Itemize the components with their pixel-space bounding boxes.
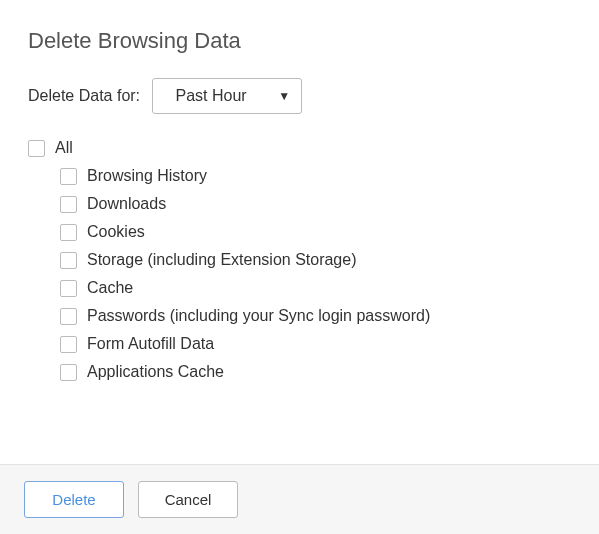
- checkbox-downloads[interactable]: [60, 196, 77, 213]
- check-item-applications-cache: Applications Cache: [28, 358, 571, 386]
- check-label: Applications Cache: [87, 363, 224, 381]
- time-range-select-wrap: Past Hour ▼: [152, 78, 302, 114]
- delete-button[interactable]: Delete: [24, 481, 124, 518]
- checkbox-passwords[interactable]: [60, 308, 77, 325]
- cancel-button[interactable]: Cancel: [138, 481, 238, 518]
- checkbox-browsing-history[interactable]: [60, 168, 77, 185]
- check-item-cookies: Cookies: [28, 218, 571, 246]
- time-range-select[interactable]: Past Hour: [152, 78, 302, 114]
- checkbox-cache[interactable]: [60, 280, 77, 297]
- checkbox-applications-cache[interactable]: [60, 364, 77, 381]
- check-label: Browsing History: [87, 167, 207, 185]
- check-item-storage: Storage (including Extension Storage): [28, 246, 571, 274]
- dialog-footer: Delete Cancel: [0, 464, 599, 534]
- checkbox-all[interactable]: [28, 140, 45, 157]
- check-label: Form Autofill Data: [87, 335, 214, 353]
- checkbox-form-autofill[interactable]: [60, 336, 77, 353]
- data-type-list: All Browsing History Downloads Cookies S…: [28, 134, 571, 386]
- time-range-label: Delete Data for:: [28, 87, 140, 105]
- check-item-cache: Cache: [28, 274, 571, 302]
- checkbox-cookies[interactable]: [60, 224, 77, 241]
- check-item-downloads: Downloads: [28, 190, 571, 218]
- check-label: Storage (including Extension Storage): [87, 251, 357, 269]
- check-item-browsing-history: Browsing History: [28, 162, 571, 190]
- check-item-all: All: [28, 134, 571, 162]
- dialog-title: Delete Browsing Data: [28, 28, 571, 54]
- check-label: Passwords (including your Sync login pas…: [87, 307, 430, 325]
- check-item-form-autofill: Form Autofill Data: [28, 330, 571, 358]
- check-label: Downloads: [87, 195, 166, 213]
- check-label-all: All: [55, 139, 73, 157]
- check-label: Cookies: [87, 223, 145, 241]
- check-item-passwords: Passwords (including your Sync login pas…: [28, 302, 571, 330]
- checkbox-storage[interactable]: [60, 252, 77, 269]
- check-label: Cache: [87, 279, 133, 297]
- time-range-row: Delete Data for: Past Hour ▼: [28, 78, 571, 114]
